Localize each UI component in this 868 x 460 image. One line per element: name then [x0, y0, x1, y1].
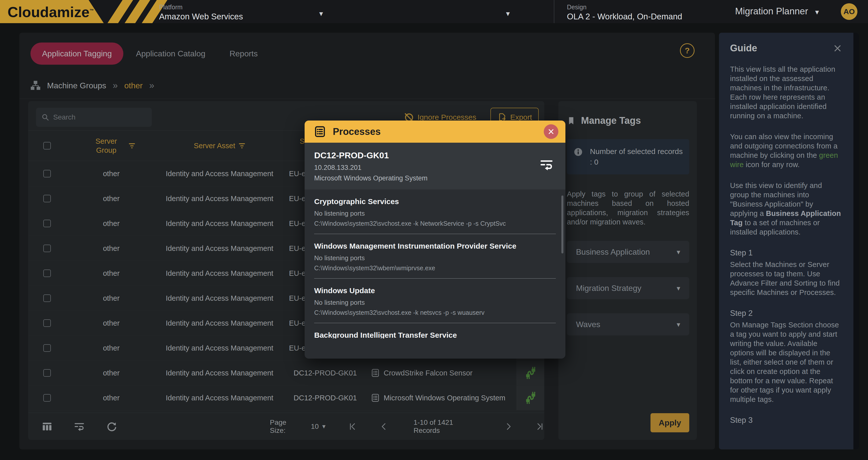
- process-ports: No listening ports: [314, 299, 556, 306]
- process-item: Windows Management Instrumentation Provi…: [314, 234, 556, 278]
- process-list: Cryptographic Services No listening port…: [305, 190, 565, 338]
- process-path: C:\Windows\system32\svchost.exe -k netsv…: [314, 309, 556, 316]
- design-caret-icon[interactable]: ▾: [506, 9, 510, 18]
- modal-close-button[interactable]: [544, 124, 558, 139]
- trademark: ™: [90, 8, 94, 13]
- machine-processes-icon[interactable]: [539, 158, 554, 172]
- design-value: OLA 2 - Workload, On-Demand: [567, 12, 682, 22]
- product-menu[interactable]: Migration Planner: [735, 6, 808, 17]
- close-icon: [548, 128, 554, 135]
- processes-modal-header: Processes: [305, 121, 565, 143]
- machine-name: DC12-PROD-GK01: [314, 150, 554, 160]
- modal-scrollbar[interactable]: [561, 196, 563, 253]
- platform-caret-icon[interactable]: ▾: [319, 9, 323, 18]
- process-name: Cryptographic Services: [314, 197, 556, 206]
- process-name: Windows Update: [314, 286, 556, 295]
- brand-name: Cloudamize™: [7, 3, 94, 21]
- platform-value: Amazon Web Services: [159, 12, 243, 22]
- machine-ip: 10.208.133.201: [314, 164, 554, 171]
- processes-list-icon: [314, 126, 326, 137]
- process-ports: No listening ports: [314, 209, 556, 217]
- platform-label: Platform: [159, 3, 243, 11]
- processes-modal: Processes DC12-PROD-GK01 10.208.133.201 …: [305, 121, 565, 359]
- process-item: Background Intelligent Transfer Service: [314, 323, 556, 338]
- user-avatar[interactable]: AO: [841, 3, 858, 20]
- machine-info: DC12-PROD-GK01 10.208.133.201 Microsoft …: [305, 143, 565, 190]
- design-selector[interactable]: Design OLA 2 - Workload, On-Demand: [567, 3, 682, 22]
- process-item: Cryptographic Services No listening port…: [314, 190, 556, 234]
- app-header: Cloudamize™ Platform Amazon Web Services…: [0, 0, 868, 23]
- process-path: C:\Windows\system32\wbem\wmiprvse.exe: [314, 264, 556, 272]
- platform-selector[interactable]: Platform Amazon Web Services: [159, 3, 243, 22]
- product-menu-caret-icon[interactable]: ▾: [815, 7, 819, 17]
- app-root: Cloudamize™ Platform Amazon Web Services…: [0, 0, 868, 460]
- process-name: Background Intelligent Transfer Service: [314, 331, 556, 338]
- design-label: Design: [567, 3, 682, 11]
- process-name: Windows Management Instrumentation Provi…: [314, 241, 556, 251]
- modal-title: Processes: [333, 126, 537, 137]
- process-path: C:\Windows\system32\svchost.exe -k Netwo…: [314, 220, 556, 227]
- machine-os: Microsoft Windows Operating System: [314, 174, 554, 182]
- process-ports: No listening ports: [314, 254, 556, 262]
- process-item: Windows Update No listening ports C:\Win…: [314, 278, 556, 323]
- header-divider: [554, 0, 554, 23]
